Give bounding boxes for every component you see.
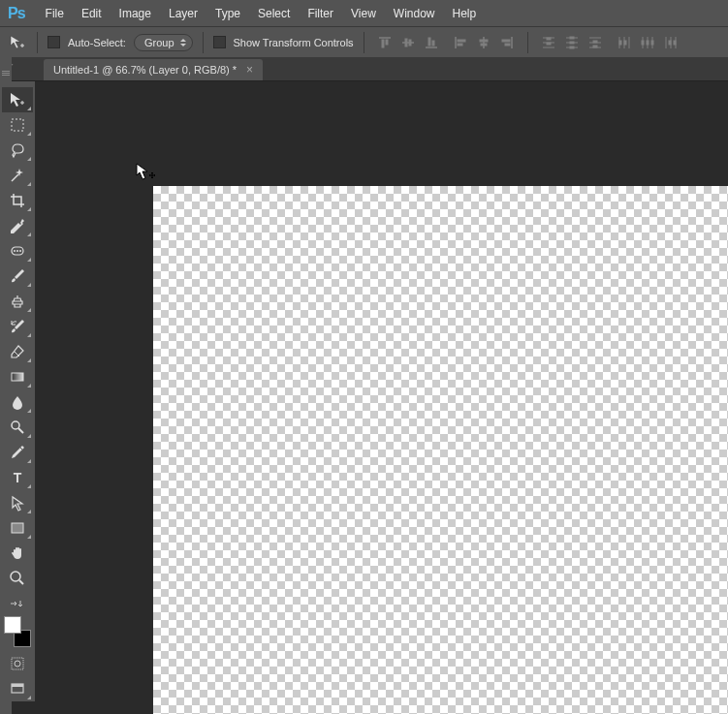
color-swatches[interactable] xyxy=(2,616,33,647)
divider xyxy=(37,32,38,53)
type-tool[interactable]: T xyxy=(2,465,33,490)
distribute-h-group xyxy=(614,32,681,53)
svg-rect-37 xyxy=(619,41,621,45)
distribute-right-icon[interactable] xyxy=(660,32,681,53)
svg-rect-64 xyxy=(12,658,23,669)
menu-layer[interactable]: Layer xyxy=(160,7,206,20)
divider xyxy=(527,32,528,53)
options-bar: Auto-Select: Group Show Transform Contro… xyxy=(0,26,728,57)
svg-rect-21 xyxy=(547,38,551,40)
menu-filter[interactable]: Filter xyxy=(299,7,342,20)
align-bottom-icon[interactable] xyxy=(421,32,442,53)
eraser-tool[interactable] xyxy=(2,339,33,364)
foreground-color[interactable] xyxy=(4,616,21,634)
menubar: Ps File Edit Image Layer Type Select Fil… xyxy=(0,0,728,26)
blur-tool[interactable] xyxy=(2,389,33,415)
svg-rect-32 xyxy=(593,41,597,43)
dodge-tool[interactable] xyxy=(2,415,33,440)
svg-point-55 xyxy=(19,250,21,252)
svg-rect-14 xyxy=(481,44,487,46)
align-right-icon[interactable] xyxy=(496,32,518,53)
distribute-group xyxy=(538,32,606,53)
svg-rect-50 xyxy=(12,119,23,131)
menu-type[interactable]: Type xyxy=(206,7,249,20)
auto-select-checkbox[interactable] xyxy=(47,36,60,48)
menu-help[interactable]: Help xyxy=(444,7,486,20)
current-tool-indicator[interactable] xyxy=(8,33,27,52)
toolbox-grip-icon[interactable] xyxy=(2,71,10,77)
hand-tool[interactable] xyxy=(2,541,33,566)
align-top-icon[interactable] xyxy=(374,32,396,53)
magic-wand-tool[interactable] xyxy=(2,163,33,188)
menu-edit[interactable]: Edit xyxy=(73,7,111,20)
svg-rect-2 xyxy=(386,40,388,45)
svg-point-54 xyxy=(16,250,18,252)
svg-text:T: T xyxy=(14,470,22,485)
svg-rect-42 xyxy=(642,41,644,45)
menu-file[interactable]: File xyxy=(37,7,73,20)
svg-rect-13 xyxy=(480,40,488,42)
svg-line-63 xyxy=(19,580,23,584)
svg-point-57 xyxy=(12,421,19,429)
distribute-bottom-icon[interactable] xyxy=(585,32,606,53)
svg-rect-33 xyxy=(593,46,597,47)
crop-tool[interactable] xyxy=(2,188,33,213)
align-horizontal-group xyxy=(450,32,518,53)
zoom-tool[interactable] xyxy=(2,566,33,591)
svg-rect-22 xyxy=(547,43,551,45)
menu-window[interactable]: Window xyxy=(385,7,444,20)
lasso-tool[interactable] xyxy=(2,138,33,163)
show-transform-checkbox[interactable] xyxy=(213,36,226,48)
align-left-icon[interactable] xyxy=(450,32,471,53)
svg-rect-8 xyxy=(432,41,434,46)
svg-rect-10 xyxy=(458,40,465,42)
svg-rect-38 xyxy=(624,41,626,45)
svg-rect-4 xyxy=(405,39,407,47)
rectangle-tool[interactable] xyxy=(2,515,33,541)
path-selection-tool[interactable] xyxy=(2,490,33,515)
divider xyxy=(203,32,204,53)
app-logo: Ps xyxy=(8,5,25,22)
swap-colors-icon[interactable] xyxy=(2,597,33,610)
align-vcenter-icon[interactable] xyxy=(397,32,419,53)
distribute-left-icon[interactable] xyxy=(614,32,635,53)
auto-select-dropdown[interactable]: Group xyxy=(134,34,193,51)
svg-rect-61 xyxy=(12,523,23,533)
svg-rect-5 xyxy=(409,40,411,46)
distribute-top-icon[interactable] xyxy=(538,32,559,53)
align-vertical-group xyxy=(374,32,442,53)
svg-rect-11 xyxy=(458,44,462,46)
svg-rect-1 xyxy=(382,40,384,47)
menu-view[interactable]: View xyxy=(342,7,385,20)
pen-tool[interactable] xyxy=(2,440,33,465)
svg-rect-28 xyxy=(570,47,574,48)
svg-point-65 xyxy=(15,661,20,667)
tab-close-icon[interactable]: × xyxy=(246,63,253,77)
clone-stamp-tool[interactable] xyxy=(2,289,33,314)
screen-mode-icon[interactable] xyxy=(2,676,33,701)
svg-rect-49 xyxy=(674,41,676,45)
document-tab[interactable]: Untitled-1 @ 66.7% (Layer 0, RGB/8) * × xyxy=(44,59,263,80)
marquee-tool[interactable] xyxy=(2,112,33,138)
history-brush-tool[interactable] xyxy=(2,314,33,339)
distribute-hcenter-icon[interactable] xyxy=(637,32,658,53)
svg-rect-27 xyxy=(570,42,574,44)
healing-brush-tool[interactable] xyxy=(2,238,33,264)
menu-select[interactable]: Select xyxy=(249,7,299,20)
gradient-tool[interactable] xyxy=(2,364,33,389)
distribute-vcenter-icon[interactable] xyxy=(561,32,583,53)
menu-image[interactable]: Image xyxy=(111,7,160,20)
auto-select-label: Auto-Select: xyxy=(68,37,126,48)
align-hcenter-icon[interactable] xyxy=(473,32,494,53)
svg-rect-67 xyxy=(12,684,23,687)
move-tool[interactable] xyxy=(2,87,33,112)
svg-rect-43 xyxy=(647,41,649,45)
canvas-workspace[interactable] xyxy=(35,81,728,714)
eyedropper-tool[interactable] xyxy=(2,213,33,238)
brush-tool[interactable] xyxy=(2,264,33,289)
document-canvas[interactable] xyxy=(153,186,728,714)
svg-rect-48 xyxy=(669,41,671,45)
svg-rect-26 xyxy=(570,37,574,39)
quick-mask-icon[interactable] xyxy=(2,651,33,676)
svg-rect-16 xyxy=(502,40,510,42)
